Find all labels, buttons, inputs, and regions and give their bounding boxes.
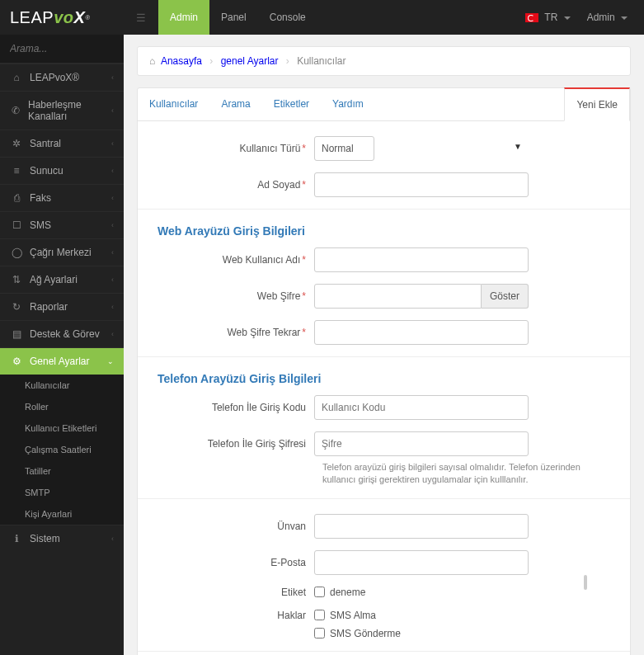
tab-users[interactable]: Kullanıcılar: [138, 88, 209, 120]
sidebar-item-reports[interactable]: ↻Raporlar‹: [0, 293, 124, 320]
main-content: ⌂ Anasayfa › genel Ayarlar › Kullanıcıla…: [124, 35, 644, 655]
server-icon: ≡: [10, 165, 23, 177]
chevron-left-icon: ‹: [111, 330, 114, 338]
breadcrumb-current: Kullanıcılar: [297, 55, 346, 67]
sidebar-item-settings[interactable]: ⚙Genel Ayarlar⌄: [0, 347, 124, 375]
tag-checkbox[interactable]: [314, 587, 325, 597]
breadcrumb-home[interactable]: Anasayfa: [161, 55, 202, 67]
chevron-left-icon: ‹: [111, 248, 114, 257]
tab-new[interactable]: Yeni Ekle: [564, 87, 630, 121]
label-phone-pass: Telefon İle Giriş Şifresi: [157, 438, 314, 450]
topnav-panel[interactable]: Panel: [209, 0, 258, 35]
sidebar-item-label: Destek & Görev: [30, 328, 100, 340]
sidebar-item-label: Faks: [30, 192, 51, 204]
phone-code-input[interactable]: [314, 395, 529, 420]
flag-tr-icon: [525, 13, 538, 22]
user-label: Admin: [587, 12, 615, 23]
tab-help[interactable]: Yardım: [321, 88, 375, 120]
label-phone-code: Telefon İle Giriş Kodu: [157, 402, 314, 413]
sidebar-item-leapvox[interactable]: ⌂LEAPvoX®‹: [0, 64, 124, 91]
right-sms-send[interactable]: SMS Gönderme: [314, 628, 401, 639]
chevron-down-icon: [564, 16, 571, 20]
sidebar-item-channels[interactable]: ✆Haberleşme Kanalları‹: [0, 91, 124, 130]
web-password-input[interactable]: [314, 284, 482, 309]
breadcrumb-settings[interactable]: genel Ayarlar: [221, 55, 279, 67]
sidebar-item-support[interactable]: ▤Destek & Görev‹: [0, 320, 124, 347]
label-web-user: Web Kullanıcı Adı*: [157, 254, 314, 266]
tag-option[interactable]: deneme: [314, 587, 365, 598]
search-input[interactable]: [0, 35, 124, 63]
subnav-user-tags[interactable]: Kullanıcı Etiketleri: [0, 417, 124, 439]
logo-text-3: X: [74, 8, 86, 27]
gear-icon: ⚙: [10, 356, 23, 367]
subnav-work-hours[interactable]: Çalışma Saatleri: [0, 439, 124, 460]
phone-help-text: Telefon arayüzü giriş bilgileri sayısal …: [322, 461, 610, 487]
tasks-icon: ▤: [10, 328, 23, 340]
info-icon: ℹ: [10, 533, 23, 544]
chevron-left-icon: ‹: [111, 167, 114, 175]
title-input[interactable]: [314, 514, 529, 539]
subnav-users[interactable]: Kullanıcılar: [0, 375, 124, 396]
sidebar: ⌂LEAPvoX®‹ ✆Haberleşme Kanalları‹ ✲Santr…: [0, 35, 124, 655]
chevron-left-icon: ‹: [111, 276, 114, 284]
tabs: Kullanıcılar Arama Etiketler Yardım Yeni…: [138, 88, 630, 121]
panel: Kullanıcılar Arama Etiketler Yardım Yeni…: [137, 87, 631, 655]
subnav-contact-settings[interactable]: Kişi Ayarlari: [0, 503, 124, 525]
label-fullname: Ad Soyad*: [157, 179, 314, 191]
scrollbar-icon[interactable]: [584, 575, 587, 590]
sidebar-item-label: Sunucu: [30, 165, 63, 177]
subnav-roles[interactable]: Roller: [0, 396, 124, 417]
chevron-left-icon: ‹: [111, 221, 114, 229]
tag-options: deneme: [314, 587, 365, 598]
sidebar-item-callcenter[interactable]: ◯Çağrı Merkezi‹: [0, 238, 124, 266]
logo-text-1: LEAP: [10, 8, 54, 27]
sidebar-item-network[interactable]: ⇅Ağ Ayarlari‹: [0, 266, 124, 293]
sidebar-item-label: Haberleşme Kanalları: [28, 99, 111, 122]
sidebar-item-pbx[interactable]: ✲Santral‹: [0, 130, 124, 157]
fullname-input[interactable]: [314, 172, 529, 197]
phone-icon: ✆: [10, 105, 21, 116]
sidebar-item-label: Santral: [30, 138, 61, 149]
sidebar-item-server[interactable]: ≡Sunucu‹: [0, 157, 124, 184]
subnav-smtp[interactable]: SMTP: [0, 482, 124, 503]
sidebar-item-label: SMS: [30, 219, 51, 231]
sidebar-item-label: Ağ Ayarlari: [30, 274, 78, 285]
sidebar-item-label: Çağrı Merkezi: [30, 247, 92, 258]
section-web-title: Web Arayüzü Giriş Bilgileri: [157, 224, 610, 238]
web-username-input[interactable]: [314, 247, 529, 272]
chevron-right-icon: ›: [209, 55, 213, 67]
right-checkbox[interactable]: [314, 610, 325, 620]
logo[interactable]: LEAPvoX®: [0, 0, 124, 35]
phone-password-input[interactable]: [314, 431, 529, 456]
topnav-admin[interactable]: Admin: [158, 0, 209, 35]
asterisk-icon: ✲: [10, 138, 23, 149]
sidebar-item-sms[interactable]: ☐SMS‹: [0, 211, 124, 238]
subnav-holidays[interactable]: Tatiller: [0, 460, 124, 482]
chevron-left-icon: ‹: [111, 106, 114, 115]
right-sms-receive[interactable]: SMS Alma: [314, 610, 401, 621]
language-selector[interactable]: TR: [517, 12, 578, 23]
tab-search[interactable]: Arama: [209, 88, 261, 120]
topnav-console[interactable]: Console: [258, 0, 317, 35]
chevron-down-icon: ⌄: [107, 357, 114, 365]
user-form: Kullanıcı Türü* Normal Ad Soyad* Web Ara…: [138, 121, 630, 655]
logo-sup: ®: [85, 14, 90, 21]
section-phone-title: Telefon Arayüzü Giriş Bilgileri: [157, 372, 610, 385]
breadcrumb: ⌂ Anasayfa › genel Ayarlar › Kullanıcıla…: [137, 46, 631, 76]
user-type-select[interactable]: Normal: [314, 136, 374, 161]
sidebar-item-system[interactable]: ℹSistem‹: [0, 525, 124, 552]
tab-tags[interactable]: Etiketler: [262, 88, 321, 120]
right-checkbox[interactable]: [314, 628, 325, 639]
home-icon: ⌂: [149, 55, 155, 67]
print-icon: ⎙: [10, 192, 23, 204]
web-password-repeat-input[interactable]: [314, 320, 529, 345]
label-web-pass: Web Şifre*: [157, 290, 314, 302]
user-menu[interactable]: Admin: [579, 12, 636, 23]
top-nav: Admin Panel Console: [158, 0, 317, 35]
show-password-button[interactable]: Göster: [482, 284, 529, 309]
hamburger-icon[interactable]: ☰: [124, 0, 158, 35]
sidebar-item-fax[interactable]: ⎙Faks‹: [0, 184, 124, 211]
label-rights: Haklar: [157, 610, 314, 621]
email-input[interactable]: [314, 550, 529, 575]
topbar-right: TR Admin: [517, 0, 644, 35]
